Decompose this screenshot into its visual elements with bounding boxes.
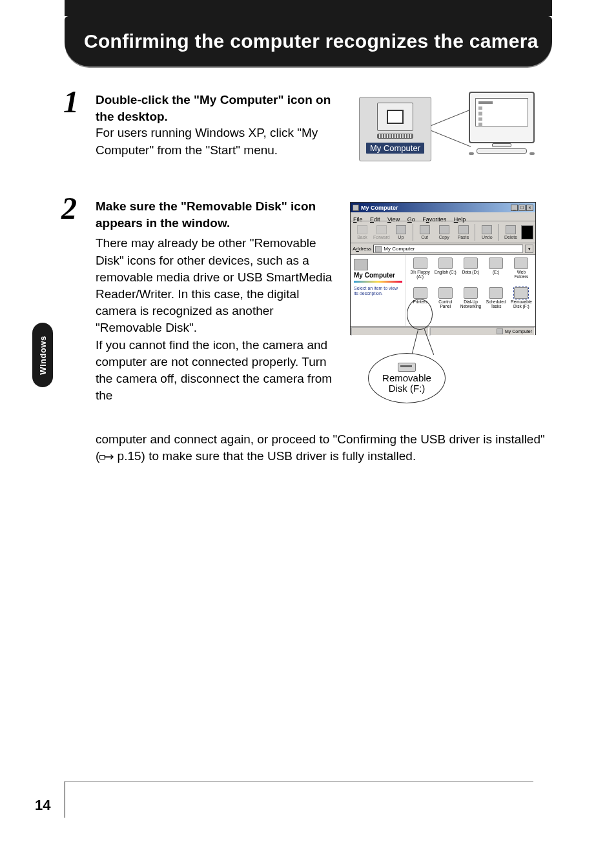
tb-back[interactable]: Back (353, 225, 371, 239)
step-number-1: 1 (63, 84, 79, 119)
page-number: 14 (35, 797, 50, 814)
address-icon (375, 246, 382, 252)
desktop-icon-label: My Computer (366, 143, 424, 154)
drive-c[interactable]: English (C:) (433, 257, 458, 286)
step2-head: Make sure the "Removable Disk" icon appe… (96, 198, 338, 231)
drive-floppy-a[interactable]: 3½ Floppy (A:) (407, 257, 433, 286)
web-folders[interactable]: Web Folders (509, 257, 534, 286)
page-number-rule (65, 782, 65, 818)
menu-help[interactable]: Help (454, 216, 466, 223)
step2-text-c: computer and connect again, or proceed t… (96, 431, 548, 466)
step2-text-c-post: ) to make sure that the USB driver is fu… (141, 449, 416, 463)
status-text: My Computer (505, 329, 532, 334)
tb-paste[interactable]: Paste (455, 225, 473, 239)
monitor-illustration (469, 92, 535, 154)
removable-disk-f[interactable]: Removable Disk (F:) (509, 287, 534, 316)
pointing-hand-icon (99, 449, 114, 466)
left-title: My Computer (354, 272, 402, 279)
window-my-computer: My Computer _ □ × File Edit View Go Favo… (350, 202, 536, 335)
step2-text-a: There may already be other "Removable Di… (96, 235, 338, 336)
menu-edit[interactable]: Edit (370, 216, 380, 223)
illustration-my-computer-icon: My Computer (354, 92, 535, 163)
callout-line2: Disk (F:) (389, 383, 426, 394)
address-bar: Address My Computer ▾ (351, 243, 535, 255)
throbber-icon (521, 225, 533, 239)
desktop-my-computer-icon: My Computer (359, 97, 431, 161)
status-icon (497, 328, 503, 334)
step2-body: Make sure the "Removable Disk" icon appe… (96, 198, 338, 404)
minimize-button[interactable]: _ (511, 205, 518, 211)
drive-d[interactable]: Data (D:) (458, 257, 483, 286)
leader-line (431, 109, 471, 126)
menubar: File Edit View Go Favorites Help (351, 212, 535, 221)
page-title: Confirming the computer recognizes the c… (84, 30, 539, 52)
scheduled-tasks[interactable]: Scheduled Tasks (484, 287, 509, 316)
step-number-2: 2 (61, 190, 77, 226)
callout-oval-source (407, 299, 433, 330)
tb-delete[interactable]: Delete (502, 225, 520, 239)
removable-disk-icon (398, 363, 416, 372)
footer-rule (65, 781, 533, 782)
statusbar: My Computer (351, 326, 535, 336)
menu-view[interactable]: View (387, 216, 400, 223)
computer-icon (354, 259, 368, 270)
menu-favorites[interactable]: Favorites (422, 216, 446, 223)
side-tab-windows: Windows (32, 323, 53, 387)
left-desc: Select an item to view its description. (354, 286, 402, 297)
window-title: My Computer (361, 205, 511, 211)
address-input[interactable]: My Computer (373, 245, 523, 253)
toolbar: Back Forward Up Cut Copy Paste Undo Dele… (351, 221, 535, 243)
side-tab-label: Windows (38, 336, 48, 374)
header-stub (65, 0, 552, 16)
address-value: My Computer (384, 246, 415, 252)
address-dropdown[interactable]: ▾ (525, 245, 533, 253)
titlebar: My Computer _ □ × (351, 203, 535, 212)
address-label: Address (353, 246, 371, 252)
page-header: Confirming the computer recognizes the c… (65, 16, 552, 66)
menu-go[interactable]: Go (407, 216, 415, 223)
window-icon (353, 205, 359, 211)
step1-body: Double-click the "My Computer" icon on t… (96, 92, 334, 159)
menu-file[interactable]: File (353, 216, 363, 223)
leader-line (431, 130, 471, 147)
step1-text: For users running Windows XP, click "My … (96, 125, 334, 158)
maximize-button[interactable]: □ (518, 205, 526, 211)
page-ref: p.15 (114, 449, 141, 463)
step1-head: Double-click the "My Computer" icon on t… (96, 92, 334, 125)
tb-cut[interactable]: Cut (416, 225, 434, 239)
dial-up-networking[interactable]: Dial-Up Networking (458, 287, 483, 316)
tb-copy[interactable]: Copy (435, 225, 453, 239)
close-button[interactable]: × (526, 205, 533, 211)
step2-text-b: If you cannot find the icon, the camera … (96, 337, 338, 405)
callout-removable-disk: RemovableDisk (F:) (368, 353, 446, 403)
tb-up[interactable]: Up (392, 225, 410, 239)
callout-line1: Removable (382, 372, 431, 383)
drive-e[interactable]: (E:) (484, 257, 509, 286)
illustration-my-computer-window: My Computer _ □ × File Edit View Go Favo… (350, 202, 544, 415)
control-panel[interactable]: Control Panel (433, 287, 458, 316)
tb-undo[interactable]: Undo (478, 225, 496, 239)
left-info-pane: My Computer Select an item to view its d… (351, 255, 406, 326)
tb-forward[interactable]: Forward (373, 225, 391, 239)
svg-rect-0 (100, 456, 105, 459)
computer-icon (377, 103, 413, 131)
